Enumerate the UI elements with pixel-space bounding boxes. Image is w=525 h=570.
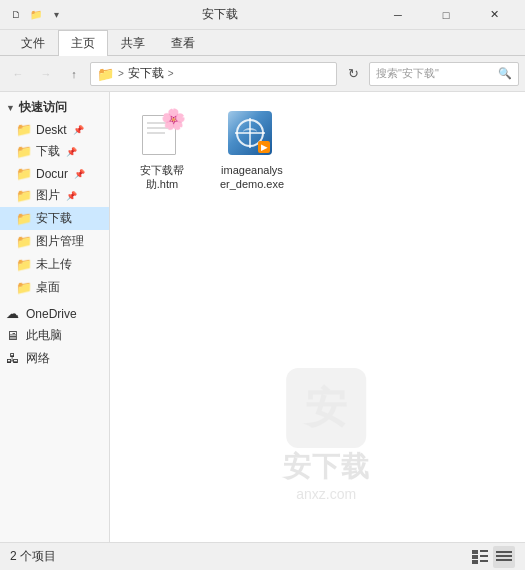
sidebar-item-onedrive[interactable]: ☁ OneDrive <box>0 303 109 324</box>
address-bar: ← → ↑ 📁 > 安下载 > ↻ 搜索"安下载" 🔍 <box>0 56 525 92</box>
tab-share[interactable]: 共享 <box>108 30 158 56</box>
network-icon: 🖧 <box>6 351 22 366</box>
sidebar-item-network-label: 网络 <box>26 350 50 367</box>
pin-icon-downloads: 📌 <box>66 147 77 157</box>
exe-continent <box>243 128 257 136</box>
view-detail-icon <box>496 550 512 564</box>
folder-icon: 📁 <box>28 7 44 23</box>
tab-view[interactable]: 查看 <box>158 30 208 56</box>
svg-rect-6 <box>496 551 512 553</box>
sidebar-item-onedrive-label: OneDrive <box>26 307 77 321</box>
close-button[interactable]: ✕ <box>471 0 517 30</box>
watermark-text: 安下载 <box>283 448 370 486</box>
ribbon-tabs: 文件 主页 共享 查看 <box>0 30 525 56</box>
htm-file-name: 安下载帮助.htm <box>129 163 195 192</box>
desktop2-folder-icon: 📁 <box>16 280 32 295</box>
up-button[interactable]: ↑ <box>62 62 86 86</box>
path-end-chevron: > <box>168 68 174 79</box>
watermark-symbol: 安 <box>305 380 347 436</box>
svg-rect-3 <box>480 555 488 557</box>
quick-access-header[interactable]: ▼ 快速访问 <box>0 96 109 119</box>
exe-icon-bg: ▶ <box>228 111 272 155</box>
view-toggles <box>469 546 515 568</box>
new-window-icon: 🗋 <box>8 7 24 23</box>
svg-rect-2 <box>472 555 478 559</box>
svg-rect-8 <box>496 559 512 561</box>
sidebar-item-thispc-label: 此电脑 <box>26 327 62 344</box>
exe-file-icon-container: ▶ <box>228 111 276 159</box>
anxiazai-folder-icon: 📁 <box>16 211 32 226</box>
sidebar-item-documents-label: Docur <box>36 167 68 181</box>
address-path[interactable]: 📁 > 安下载 > <box>90 62 337 86</box>
pin-icon-desktop: 📌 <box>73 125 84 135</box>
file-item-htm[interactable]: 🌸 安下载帮助.htm <box>122 104 202 199</box>
svg-rect-5 <box>480 560 488 562</box>
sidebar-item-pictures[interactable]: 📁 图片 📌 <box>0 184 109 207</box>
svg-rect-7 <box>496 555 512 557</box>
sidebar-item-imgmanage-label: 图片管理 <box>36 233 84 250</box>
htm-flower-badge: 🌸 <box>161 109 186 129</box>
sidebar-item-network[interactable]: 🖧 网络 <box>0 347 109 370</box>
pin-icon-pictures: 📌 <box>66 191 77 201</box>
title-bar-controls: ─ □ ✕ <box>375 0 517 30</box>
watermark-sub: anxz.com <box>296 486 356 502</box>
downloads-folder-icon: 📁 <box>16 144 32 159</box>
htm-file-icon-container: 🌸 <box>138 111 186 159</box>
tab-file[interactable]: 文件 <box>8 30 58 56</box>
status-bar: 2 个项目 <box>0 542 525 570</box>
documents-folder-icon: 📁 <box>16 166 32 181</box>
sidebar-item-pictures-label: 图片 <box>36 187 60 204</box>
desktop-folder-icon: 📁 <box>16 122 32 137</box>
notupload-folder-icon: 📁 <box>16 257 32 272</box>
forward-button[interactable]: → <box>34 62 58 86</box>
watermark: 安 安下载 anxz.com <box>283 368 370 502</box>
exe-arrow-badge: ▶ <box>258 141 270 153</box>
exe-arrow-symbol: ▶ <box>261 143 267 152</box>
title-bar-icons: 🗋 📁 ▾ <box>8 7 64 23</box>
sidebar: ▼ 快速访问 📁 Deskt 📌 📁 下载 📌 📁 Docur 📌 📁 图片 <box>0 92 110 542</box>
sidebar-item-notupload[interactable]: 📁 未上传 <box>0 253 109 276</box>
htm-line3 <box>147 132 165 134</box>
view-detail-button[interactable] <box>493 546 515 568</box>
watermark-bag-icon: 安 <box>286 368 366 448</box>
imgmanage-folder-icon: 📁 <box>16 234 32 249</box>
maximize-button[interactable]: □ <box>423 0 469 30</box>
search-placeholder: 搜索"安下载" <box>376 66 494 81</box>
htm-file-icon: 🌸 <box>140 111 184 159</box>
sidebar-item-desktop2[interactable]: 📁 桌面 <box>0 276 109 299</box>
pin-icon-documents: 📌 <box>74 169 85 179</box>
sidebar-item-thispc[interactable]: 🖥 此电脑 <box>0 324 109 347</box>
sidebar-item-anxiazai-label: 安下载 <box>36 210 72 227</box>
pictures-folder-icon: 📁 <box>16 188 32 203</box>
back-button[interactable]: ← <box>6 62 30 86</box>
sidebar-item-downloads[interactable]: 📁 下载 📌 <box>0 140 109 163</box>
content-area: 安 安下载 anxz.com <box>110 92 525 542</box>
sidebar-item-anxiazai[interactable]: 📁 安下载 <box>0 207 109 230</box>
svg-rect-4 <box>472 560 478 564</box>
minimize-button[interactable]: ─ <box>375 0 421 30</box>
pin-icon: ▾ <box>48 7 64 23</box>
sidebar-item-desktop2-label: 桌面 <box>36 279 60 296</box>
quick-access-section: ▼ 快速访问 📁 Deskt 📌 📁 下载 📌 📁 Docur 📌 📁 图片 <box>0 96 109 299</box>
search-icon[interactable]: 🔍 <box>498 67 512 80</box>
sidebar-item-desktop[interactable]: 📁 Deskt 📌 <box>0 119 109 140</box>
view-list-icon <box>472 550 488 564</box>
tab-home[interactable]: 主页 <box>58 30 108 56</box>
view-list-button[interactable] <box>469 546 491 568</box>
window-title: 安下载 <box>64 6 375 23</box>
title-bar: 🗋 📁 ▾ 安下载 ─ □ ✕ <box>0 0 525 30</box>
sidebar-item-imgmanage[interactable]: 📁 图片管理 <box>0 230 109 253</box>
quick-access-label: 快速访问 <box>19 99 67 116</box>
sidebar-item-notupload-label: 未上传 <box>36 256 72 273</box>
onedrive-icon: ☁ <box>6 306 22 321</box>
file-grid: 🌸 安下载帮助.htm <box>122 104 513 199</box>
path-chevron: > <box>118 68 124 79</box>
sidebar-item-documents[interactable]: 📁 Docur 📌 <box>0 163 109 184</box>
refresh-button[interactable]: ↻ <box>341 62 365 86</box>
file-item-exe[interactable]: ▶ imageanalyser_demo.exe <box>212 104 292 199</box>
sidebar-item-desktop-label: Deskt <box>36 123 67 137</box>
search-box[interactable]: 搜索"安下载" 🔍 <box>369 62 519 86</box>
thispc-icon: 🖥 <box>6 328 22 343</box>
main-layout: ▼ 快速访问 📁 Deskt 📌 📁 下载 📌 📁 Docur 📌 📁 图片 <box>0 92 525 542</box>
path-text: 安下载 <box>128 65 164 82</box>
